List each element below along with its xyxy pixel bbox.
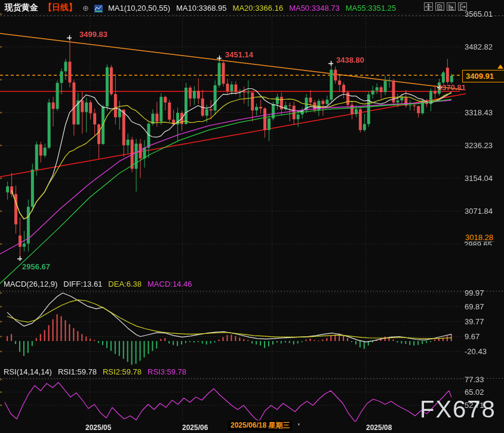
- price-axis-label: 3236.23: [465, 141, 493, 150]
- ma-value-label: MA1(10,20,50,55): [108, 4, 170, 13]
- price-annotation: 3370.81: [438, 83, 466, 92]
- time-axis-label: 2025/05: [85, 423, 111, 432]
- price-axis-label: 3154.04: [465, 174, 493, 183]
- ma-value-label: MA50:3348.73: [289, 4, 340, 13]
- indicator-value-label: RSI2:59.78: [103, 367, 142, 376]
- fx678-watermark: FX678: [420, 396, 496, 423]
- current-price-tag: 3409.91: [462, 70, 504, 82]
- ma-value-label: MA55:3351.25: [346, 4, 397, 13]
- circle-plus-icon[interactable]: ⊕: [82, 4, 89, 12]
- symbol-name: 现货黄金: [5, 2, 38, 13]
- crosshair-date-label: 2025/06/18 星期三: [228, 420, 292, 431]
- indicator-value-label: RSI3:59.78: [147, 367, 186, 376]
- axis-step-icon[interactable]: [447, 2, 456, 11]
- ma-indicator-values: MA1(10,20,50,55)MA10:3368.95MA20:3366.16…: [108, 2, 402, 13]
- rsi-axis-label: 77.33: [465, 375, 484, 384]
- rsi-indicator-header: RSI(14,14,14)RSI1:59.78RSI2:59.78RSI3:59…: [4, 367, 186, 376]
- macd-indicator-header: MACD(26,12,9)DIFF:13.61DEA:6.38MACD:14.4…: [4, 280, 192, 288]
- macd-axis-label: 9.67: [465, 332, 480, 341]
- price-annotation: 3438.80: [336, 56, 364, 65]
- chart-toolbar: [424, 2, 467, 11]
- axis-zoom-icon[interactable]: [435, 2, 444, 11]
- partially-covered-label: ': [298, 422, 300, 431]
- timeframe-label[interactable]: 【日线】: [44, 2, 77, 13]
- macd-axis-label: -20.43: [465, 347, 487, 356]
- indicator-value-label: MACD(26,12,9): [4, 280, 57, 288]
- price-axis-label: 3482.82: [465, 42, 493, 51]
- rsi-axis-label: 65.02: [465, 388, 484, 397]
- indicator-value-label: DEA:6.38: [108, 280, 142, 288]
- price-annotation: 3451.14: [225, 50, 253, 59]
- price-annotation: 3499.83: [79, 30, 107, 39]
- candlestick-chart-icon[interactable]: [94, 4, 103, 12]
- indicator-value-label: DIFF:13.61: [63, 280, 102, 288]
- crosshair-move-icon[interactable]: [424, 2, 433, 11]
- pan-right-icon[interactable]: [458, 2, 467, 11]
- chart-header: 现货黄金 【日线】 ⊕ MA1(10,20,50,55)MA10:3368.95…: [0, 0, 504, 16]
- ma-value-label: MA20:3366.16: [233, 4, 284, 13]
- trading-terminal: 现货黄金 【日线】 ⊕ MA1(10,20,50,55)MA10:3368.95…: [0, 0, 504, 433]
- time-axis-label: 2025/06: [182, 423, 208, 432]
- price-axis-label: 3318.43: [465, 108, 493, 117]
- ma-value-label: MA10:3368.95: [176, 4, 227, 13]
- time-axis-label: 2025/08: [366, 423, 392, 432]
- indicator-value-label: RSI1:59.78: [58, 367, 97, 376]
- price-axis-label: 3071.84: [465, 207, 493, 216]
- price-alert-arrow-icon[interactable]: [497, 65, 503, 69]
- macd-axis-label: 69.87: [465, 302, 484, 311]
- macd-axis-label: 39.77: [465, 317, 484, 326]
- price-annotation: 2956.67: [22, 262, 50, 271]
- macd-axis-label: 99.97: [465, 288, 484, 297]
- indicator-value-label: MACD:14.46: [147, 280, 192, 288]
- indicator-value-label: RSI(14,14,14): [4, 367, 52, 376]
- alert-price-label: 3018.28: [464, 233, 494, 242]
